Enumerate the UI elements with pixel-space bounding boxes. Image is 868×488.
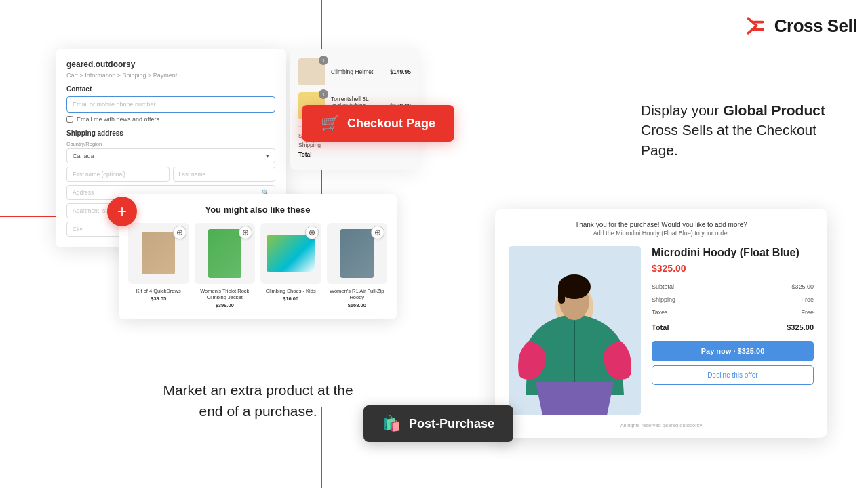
product-visual-1 <box>142 232 175 274</box>
products-row: ⊕ Kit of 4 QuickDraws $39.55 ⊕ Women's T… <box>128 223 387 308</box>
pp-shipping-row: Shipping Free <box>652 296 814 306</box>
also-like-card: You might also like these ⊕ Kit of 4 Qui… <box>119 194 397 319</box>
checkout-description: Display your Global Product Cross Sells … <box>641 100 844 160</box>
cart-icon: 🛒 <box>321 115 339 132</box>
also-like-title: You might also like these <box>128 205 387 215</box>
logo-text: Cross Sell <box>774 16 857 37</box>
pp-product-img <box>509 246 641 415</box>
product-add-btn-2[interactable]: ⊕ <box>239 226 252 239</box>
product-visual-2 <box>208 229 241 278</box>
order-item-img-1: 1 <box>298 58 326 85</box>
pp-price: $325.00 <box>652 263 814 274</box>
svg-rect-4 <box>558 283 565 304</box>
fab-add-button[interactable]: + <box>107 197 137 226</box>
breadcrumb: Cart > Information > Shipping > Payment <box>66 72 275 79</box>
product-name-3: Climbing Shoes - Kids <box>260 288 321 295</box>
contact-label: Contact <box>66 85 275 93</box>
order-item-name-1: Climbing Helmet <box>331 68 384 75</box>
product-item-1: ⊕ Kit of 4 QuickDraws $39.55 <box>128 223 189 308</box>
pp-product-svg <box>509 246 641 415</box>
product-img-1: ⊕ <box>128 223 189 284</box>
pp-footer: All rights reserved geared.outdoorsy <box>509 422 814 428</box>
order-item-price-1: $149.95 <box>390 68 411 75</box>
chevron-down-icon: ▾ <box>266 152 269 159</box>
pp-total-row: Total $325.00 <box>652 323 814 331</box>
product-price-2: $399.00 <box>195 302 256 308</box>
country-select[interactable]: Canada ▾ <box>66 148 275 163</box>
shipping-label: Shipping address <box>66 129 275 137</box>
order-item-badge-1: 1 <box>319 56 328 65</box>
pp-subtotal-row: Subtotal $325.00 <box>652 283 814 293</box>
pp-header-text: Thank you for the purchase! Would you li… <box>509 221 814 228</box>
pp-sub-text: Add the Microdini Hoody (Float Blue) to … <box>509 230 814 237</box>
product-name-2: Women's Triclot Rock Climbing Jacket <box>195 288 256 302</box>
xe-logo-icon <box>743 14 768 38</box>
product-visual-3 <box>267 235 315 272</box>
product-add-btn-4[interactable]: ⊕ <box>371 226 384 239</box>
shipping-row: Shipping <box>298 142 411 148</box>
email-checkbox-row: Email me with news and offers <box>66 116 275 123</box>
checkout-page-button[interactable]: 🛒 Checkout Page <box>302 105 454 142</box>
country-label: Country/Region <box>66 141 275 147</box>
pp-decline-button[interactable]: Decline this offer <box>652 365 814 385</box>
shopping-bag-icon: 🛍️ <box>382 415 401 432</box>
contact-input[interactable]: Email or mobile phone number <box>66 96 275 113</box>
product-price-1: $39.55 <box>128 296 189 302</box>
product-item-3: ⊕ Climbing Shoes - Kids $16.00 <box>260 223 321 308</box>
product-price-3: $16.00 <box>260 296 321 302</box>
order-item-info-1: Climbing Helmet <box>331 68 384 75</box>
pp-taxes-row: Taxes Free <box>652 309 814 319</box>
store-name: geared.outdoorsy <box>66 60 275 69</box>
email-checkbox[interactable] <box>66 116 73 123</box>
product-img-4: ⊕ <box>327 223 388 284</box>
product-name-1: Kit of 4 QuickDraws <box>128 288 189 295</box>
product-add-btn-1[interactable]: ⊕ <box>173 226 186 239</box>
last-name-input[interactable]: Last name <box>173 167 276 182</box>
logo-area: Cross Sell <box>743 14 857 38</box>
post-purchase-button[interactable]: 🛍️ Post-Purchase <box>363 405 513 442</box>
product-visual-4 <box>340 229 374 278</box>
pp-product-name: Microdini Hoody (Float Blue) <box>652 246 814 260</box>
product-img-3: ⊕ <box>260 223 321 284</box>
pp-pay-button[interactable]: Pay now · $325.00 <box>652 341 814 361</box>
product-item-2: ⊕ Women's Triclot Rock Climbing Jacket $… <box>195 223 256 308</box>
product-add-btn-3[interactable]: ⊕ <box>305 226 319 239</box>
product-name-4: Women's R1 Air Full-Zip Hoody <box>327 288 388 302</box>
product-item-4: ⊕ Women's R1 Air Full-Zip Hoody $168.00 <box>327 223 388 308</box>
name-row: First name (optional) Last name <box>66 167 275 182</box>
post-purchase-description: Market an extra product at the end of a … <box>155 380 361 422</box>
post-purchase-card: Thank you for the purchase! Would you li… <box>495 209 827 438</box>
product-img-2: ⊕ <box>195 223 256 284</box>
total-row: Total <box>298 151 411 158</box>
order-item-1: 1 Climbing Helmet $149.95 <box>298 58 411 85</box>
order-item-badge-2: 1 <box>319 89 328 99</box>
pp-body: Microdini Hoody (Float Blue) $325.00 Sub… <box>509 246 814 415</box>
pp-details: Microdini Hoody (Float Blue) $325.00 Sub… <box>652 246 814 415</box>
product-price-4: $168.00 <box>327 302 388 308</box>
first-name-input[interactable]: First name (optional) <box>66 167 170 182</box>
